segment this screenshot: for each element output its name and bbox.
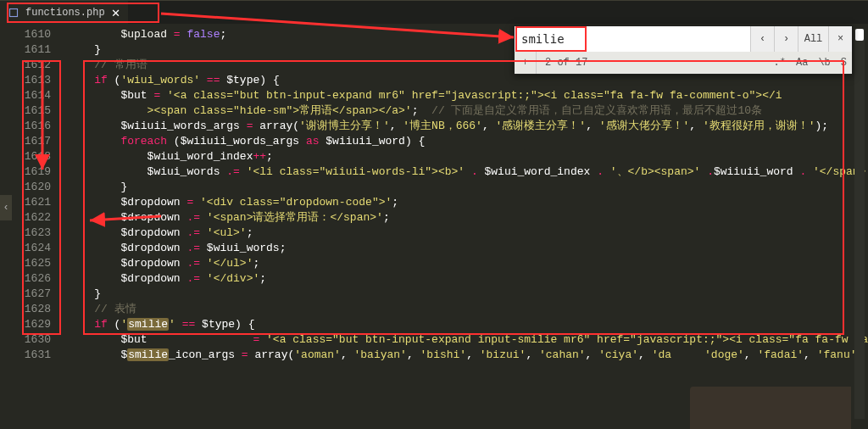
line-number: 1627 (3, 287, 51, 302)
code-line[interactable]: $dropdown .= '<ul>'; (68, 226, 861, 241)
line-number: 1629 (3, 317, 51, 332)
file-tab[interactable]: functions.php ✕ (0, 1, 129, 24)
search-close-button[interactable]: × (828, 26, 852, 52)
search-expand-button[interactable]: + (515, 52, 537, 74)
line-number: 1620 (3, 180, 51, 195)
line-number: 1616 (3, 119, 51, 134)
code-line[interactable]: $but = '<a class="but btn-input-expand m… (68, 88, 861, 103)
line-number: 1611 (3, 42, 51, 58)
php-file-icon (8, 8, 19, 18)
search-result-count: 2 of 17 (537, 57, 769, 69)
code-line[interactable]: ><span class="hide-sm">常用语</span></a>'; … (68, 103, 861, 119)
search-next-button[interactable]: › (774, 26, 798, 52)
line-number: 1626 (3, 271, 51, 287)
code-line[interactable]: $dropdown .= '<span>请选择常用语：</span>'; (68, 210, 861, 226)
editor: 1610161116121613161416151616161716181619… (0, 24, 868, 429)
vertical-scrollbar[interactable] (854, 29, 865, 419)
code-line[interactable]: // 表情 (68, 302, 861, 317)
code-line[interactable]: $dropdown .= $wiui_words; (68, 241, 861, 256)
code-line[interactable]: $dropdown = '<div class="dropdown-code">… (68, 195, 861, 210)
tab-filename: functions.php (25, 7, 105, 19)
line-number: 1619 (3, 164, 51, 180)
code-line[interactable]: foreach ($wiiuii_words_args as $wiiuii_w… (68, 134, 861, 149)
search-panel: ‹ › All × + 2 of 17 .* Aa \b S (514, 25, 853, 75)
code-line[interactable]: $wiui_words .= '<li class="wiiuii-words-… (68, 164, 861, 180)
line-number: 1613 (3, 73, 51, 88)
code-line[interactable]: $smilie_icon_args = array('aoman', 'baiy… (68, 348, 861, 363)
tab-bar: functions.php ✕ (0, 0, 868, 24)
search-opt-regex[interactable]: .* (769, 57, 791, 69)
line-number: 1631 (3, 348, 51, 363)
code-line[interactable]: } (68, 287, 861, 302)
code-line[interactable]: $but = '<a class="but btn-input-expand i… (68, 332, 861, 348)
line-number: 1630 (3, 332, 51, 348)
line-number: 1614 (3, 88, 51, 103)
search-row-options: + 2 of 17 .* Aa \b S (515, 52, 852, 74)
search-row-main: ‹ › All × (515, 26, 852, 52)
code-line[interactable]: $dropdown .= '</ul>'; (68, 256, 861, 271)
code-line[interactable]: if ('wiui_words' == $type) { (68, 73, 861, 88)
line-number: 1624 (3, 241, 51, 256)
line-number: 1617 (3, 134, 51, 149)
svg-rect-0 (10, 8, 18, 16)
scrollbar-thumb[interactable] (855, 29, 864, 41)
line-number: 1625 (3, 256, 51, 271)
search-prev-button[interactable]: ‹ (750, 26, 774, 52)
line-number: 1623 (3, 226, 51, 241)
image-overlay-thumbnail (690, 387, 851, 429)
search-opt-case[interactable]: Aa (791, 57, 813, 69)
search-input[interactable] (515, 26, 750, 52)
code-line[interactable]: $wiui_word_index++; (68, 149, 861, 164)
code-view[interactable]: $upload = false; } // 常用语 if ('wiui_word… (61, 24, 868, 429)
code-line[interactable]: $wiiuii_words_args = array('谢谢博主分享！', '博… (68, 119, 861, 134)
line-number: 1618 (3, 149, 51, 164)
sidebar-collapse-button[interactable]: ‹ (0, 195, 12, 220)
chevron-left-icon: ‹ (3, 202, 8, 214)
line-number-gutter: 1610161116121613161416151616161716181619… (0, 24, 61, 429)
line-number: 1612 (3, 58, 51, 73)
search-opt-sel[interactable]: S (836, 57, 852, 69)
search-all-button[interactable]: All (798, 26, 828, 52)
close-icon[interactable]: ✕ (112, 4, 120, 21)
line-number: 1628 (3, 302, 51, 317)
code-line[interactable]: } (68, 180, 861, 195)
code-line[interactable]: if ('smilie' == $type) { (68, 317, 861, 332)
code-line[interactable]: $dropdown .= '</div>'; (68, 271, 861, 287)
line-number: 1610 (3, 27, 51, 42)
line-number: 1615 (3, 103, 51, 119)
search-opt-word[interactable]: \b (813, 57, 835, 69)
